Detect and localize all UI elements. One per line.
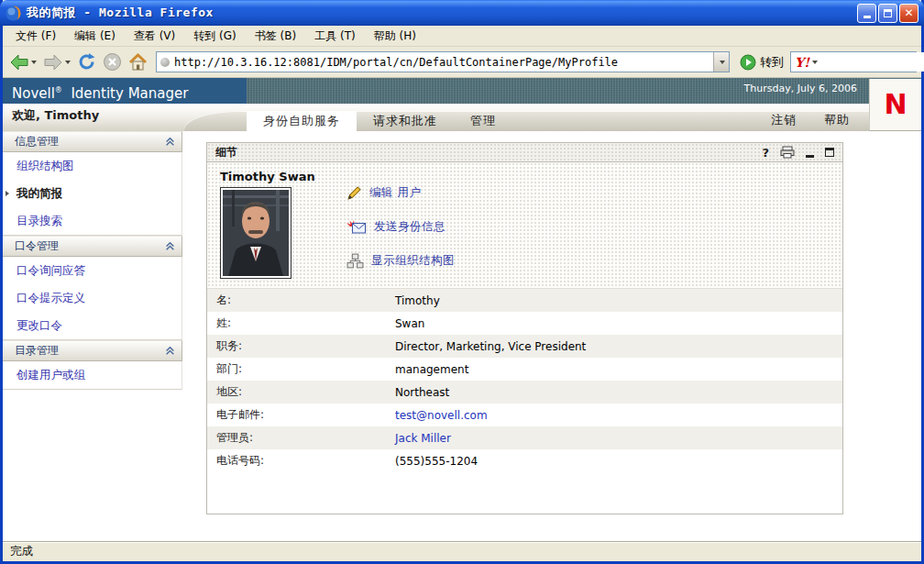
sidebar-item-hint-definition[interactable]: 口令提示定义 [3,284,182,312]
welcome-text: 欢迎, Timothy [12,107,99,124]
menu-view[interactable]: 查看 (V) [125,27,184,46]
menu-bookmarks[interactable]: 书签 (B) [246,27,305,46]
title-value: Director, Marketing, Vice President [395,340,586,353]
edit-pencil-icon [346,185,362,201]
help-link[interactable]: 帮助 [824,112,850,128]
portlet-header: 细节 ? [207,143,842,162]
profile-summary: Timothy Swan [207,162,842,289]
show-org-chart-action[interactable]: 显示组织结构图 [346,249,455,272]
first-name-value: Timothy [395,294,440,307]
department-value: management [395,363,468,376]
print-icon[interactable] [780,146,795,159]
search-engine-dropdown-icon[interactable] [812,61,818,64]
go-button[interactable]: 转到 [736,54,787,71]
portlet-minimize-icon[interactable] [806,155,814,158]
profile-actions: 编辑 用户 发送身份信息 显示组织结构图 [346,181,455,282]
send-identity-info-action[interactable]: 发送身份信息 [346,215,455,238]
page-favicon [160,58,170,67]
content-area: 细节 ? Timothy Swan [182,131,921,541]
back-dropdown-icon [31,61,37,64]
current-item-marker [6,191,9,196]
portlet-title: 细节 [215,145,237,160]
sidebar-item-directory-search[interactable]: 目录搜索 [3,207,182,235]
search-input[interactable] [820,52,924,72]
tab-identity-self-service[interactable]: 身份自助服务 [247,111,357,131]
sidebar-item-change-password[interactable]: 更改口令 [3,312,182,339]
title-bar[interactable]: 我的简报 - Mozilla Firefox ✕ [0,0,924,26]
window-title: 我的简报 - Mozilla Firefox [27,5,214,21]
reload-icon [77,52,96,72]
send-mail-icon [346,220,367,234]
user-full-name: Timothy Swan [220,170,830,183]
sidebar-item-create-user-group[interactable]: 创建用户或组 [3,361,182,389]
back-arrow-icon [9,53,29,72]
table-row: 地区:Northeast [207,381,842,404]
forward-arrow-icon [43,53,63,72]
collapse-chevron-icon[interactable] [165,346,175,356]
email-link[interactable]: test@novell.com [395,409,488,422]
tab-administration[interactable]: 管理 [454,111,512,131]
detail-attributes-table: 名:Timothy 姓:Swan 职务:Director, Marketing,… [207,289,842,472]
status-text: 完成 [10,544,33,559]
menu-file[interactable]: 文件 (F) [6,27,65,46]
menu-go[interactable]: 转到 (G) [184,27,245,46]
table-row: 电子邮件:test@novell.com [207,404,842,426]
sidebar-item-my-profile[interactable]: 我的简报 [3,180,182,207]
manager-link[interactable]: Jack Miller [395,432,451,445]
sidebar-section-password[interactable]: 口令管理 [3,236,182,257]
novell-banner: Novell® Identity Manager Thursday, July … [3,78,921,104]
telephone-value: (555)555-1204 [395,455,478,468]
menu-edit[interactable]: 编辑 (E) [65,27,125,46]
last-name-value: Swan [395,317,424,330]
edit-user-action[interactable]: 编辑 用户 [346,181,455,205]
collapse-chevron-icon[interactable] [165,137,175,147]
sidebar-item-challenge-response[interactable]: 口令询问应答 [3,257,182,284]
tab-strip-bar: 欢迎, Timothy 身份自助服务 请求和批准 管理 注销 帮助 [3,104,921,131]
collapse-chevron-icon[interactable] [165,241,175,251]
back-button[interactable] [7,51,38,73]
novell-n-icon: N [884,91,907,118]
org-chart-icon [346,253,364,269]
table-row: 职务:Director, Marketing, Vice President [207,335,842,358]
status-bar: 完成 [3,541,921,561]
address-bar[interactable] [156,51,730,72]
user-photo [220,187,292,279]
close-button[interactable]: ✕ [899,4,918,23]
stop-icon [103,52,122,72]
sidebar-section-information[interactable]: 信息管理 [3,131,182,152]
yahoo-search-icon[interactable]: Y! [795,55,809,70]
menu-bar: 文件 (F) 编辑 (E) 查看 (V) 转到 (G) 书签 (B) 工具 (T… [3,26,921,47]
sidebar: 信息管理 组织结构图 我的简报 目录搜索 口令管理 口令询问应答 口令提示定义 … [3,131,182,541]
web-search-box[interactable]: Y! [790,51,917,72]
portlet-help-icon[interactable]: ? [762,146,769,160]
address-dropdown-button[interactable] [713,52,729,72]
novell-logo: N [869,79,921,131]
firefox-icon [6,6,21,21]
banner-date: Thursday, July 6, 2006 [247,78,921,104]
table-row: 姓:Swan [207,312,842,335]
portlet-maximize-icon[interactable] [825,148,834,157]
stop-button[interactable] [101,50,124,73]
table-row: 部门:management [207,358,842,381]
menu-tools[interactable]: 工具 (T) [305,27,365,46]
minimize-button[interactable] [857,4,876,23]
home-button[interactable] [126,51,149,73]
product-title: Novell® Identity Manager [3,78,247,104]
menu-help[interactable]: 帮助 (H) [365,27,425,46]
reload-button[interactable] [75,50,98,73]
forward-dropdown-icon [65,61,71,64]
detail-portlet: 细节 ? Timothy Swan [206,142,843,514]
url-input[interactable] [174,52,713,72]
logout-link[interactable]: 注销 [771,112,797,128]
navigation-toolbar: 转到 Y! [3,47,921,78]
tab-requests-approvals[interactable]: 请求和批准 [357,111,454,131]
forward-button[interactable] [41,51,72,73]
region-value: Northeast [395,386,449,399]
sidebar-item-org-chart[interactable]: 组织结构图 [3,152,182,180]
browser-window: 我的简报 - Mozilla Firefox ✕ 文件 (F) 编辑 (E) 查… [0,0,924,564]
sidebar-section-directory[interactable]: 目录管理 [3,340,182,361]
maximize-button[interactable] [878,4,897,23]
table-row: 电话号码:(555)555-1204 [207,449,842,472]
home-icon [128,53,148,72]
page-body: 信息管理 组织结构图 我的简报 目录搜索 口令管理 口令询问应答 口令提示定义 … [3,131,921,541]
